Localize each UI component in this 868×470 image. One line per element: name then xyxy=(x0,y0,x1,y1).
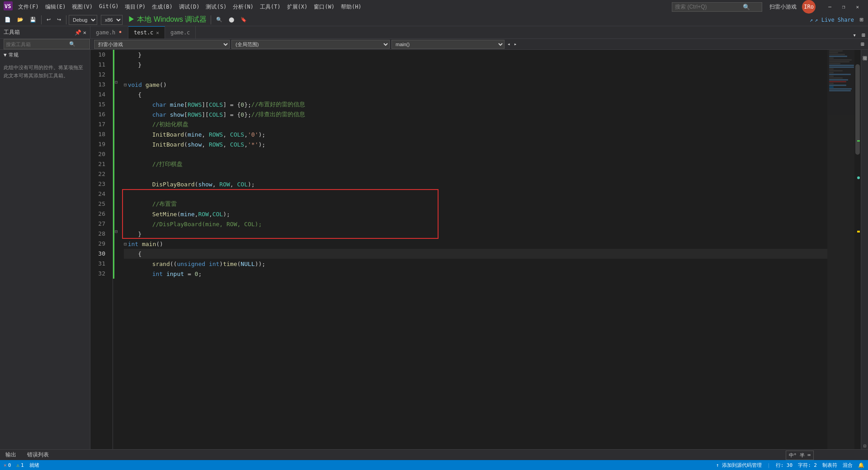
code-line-29[interactable]: ⊟int main() xyxy=(124,239,827,249)
status-bar: ✕ 0 ⚠ 1 就绪 ↑ 添加到源代码管理 | 行: 30 字符: 2 制表符 … xyxy=(0,460,868,470)
save-btn[interactable]: 💾 xyxy=(27,16,39,24)
tab-game-h[interactable]: game.h • xyxy=(90,26,128,38)
menu-project[interactable]: 项目(P) xyxy=(122,2,148,12)
code-line-14[interactable]: { xyxy=(124,90,827,100)
ln-26: 26 xyxy=(90,209,109,219)
addr-arrow-right[interactable]: ▸ xyxy=(513,41,518,47)
code-line-17[interactable]: //初始化棋盘 xyxy=(124,119,827,129)
code-line-10[interactable]: } xyxy=(124,50,827,60)
new-file-btn[interactable]: 📄 xyxy=(2,16,14,24)
code-line-26[interactable]: SetMine(mine,ROW,COL); xyxy=(124,209,827,219)
status-char[interactable]: 字符: 2 xyxy=(798,462,817,469)
sidebar-section-normal[interactable]: ▼ 常规 xyxy=(0,50,90,60)
restore-button[interactable]: ❐ xyxy=(837,3,851,11)
tab-output[interactable]: 输出 xyxy=(4,450,18,460)
status-ready: 就绪 xyxy=(29,462,39,469)
code-line-27[interactable]: //DisPlayBoard(mine, ROW, COL); xyxy=(124,219,827,229)
user-avatar[interactable]: IRo xyxy=(802,0,816,14)
menu-build[interactable]: 生成(B) xyxy=(149,2,175,12)
bookmark-btn[interactable]: 🔖 xyxy=(238,16,250,24)
close-button[interactable]: ✕ xyxy=(850,3,864,11)
code-line-23[interactable]: DisPlayBoard(show, ROW, COL); xyxy=(124,179,827,189)
error-count[interactable]: ✕ 0 xyxy=(4,462,11,468)
menu-analyze[interactable]: 分析(N) xyxy=(230,2,256,12)
add-to-source[interactable]: ↑ 添加到源代码管理 xyxy=(716,462,762,469)
redo-btn[interactable]: ↪ xyxy=(54,16,64,24)
toolbox-pin[interactable]: 📌 xyxy=(75,29,81,36)
warning-count[interactable]: ⚠ 1 xyxy=(16,462,24,468)
menu-debug[interactable]: 调试(D) xyxy=(176,2,203,12)
code-line-11[interactable]: } xyxy=(124,60,827,70)
project-select[interactable]: 扫雷小游戏 xyxy=(94,40,230,49)
live-share-btn[interactable]: ↗ ↗ Live Share xyxy=(810,17,854,23)
save-icon: 💾 xyxy=(30,17,36,23)
code-line-21[interactable]: //打印棋盘 xyxy=(124,159,827,169)
menu-view[interactable]: 视图(V) xyxy=(69,2,95,12)
gutter-11 xyxy=(113,60,122,70)
toolbox-close[interactable]: ✕ xyxy=(83,29,86,36)
fold-29[interactable]: ⊟ xyxy=(115,229,118,234)
scope-select[interactable]: (全局范围) xyxy=(231,40,390,49)
tab-test-c[interactable]: test.c ✕ xyxy=(128,26,165,38)
menu-window[interactable]: 窗口(W) xyxy=(311,2,337,12)
code-line-30[interactable]: { xyxy=(124,249,827,259)
menu-file[interactable]: 文件(F) xyxy=(15,2,42,12)
status-line[interactable]: 行: 30 xyxy=(776,462,793,469)
status-tab-format[interactable]: 制表符 xyxy=(822,462,837,469)
ln-18: 18 xyxy=(90,129,109,139)
fold-icon-13[interactable]: ⊟ xyxy=(124,82,127,88)
gutter-17 xyxy=(113,119,122,129)
code-line-20[interactable] xyxy=(124,149,827,159)
start-debug-button[interactable]: ▶ 本地 Windows 调试器 xyxy=(126,15,208,24)
code-line-31[interactable]: srand((unsigned int)time(NULL)); xyxy=(124,259,827,269)
menu-extensions[interactable]: 扩展(X) xyxy=(284,2,311,12)
tab-game-c[interactable]: game.c xyxy=(165,26,196,38)
sep1 xyxy=(41,15,42,24)
addr-arrow-left[interactable]: ◂ xyxy=(506,41,511,47)
menu-test[interactable]: 测试(S) xyxy=(203,2,229,12)
function-select[interactable]: main() xyxy=(392,40,505,49)
code-line-16[interactable]: char show[ROWS][COLS] = {0};//排查出的雷的信息 xyxy=(124,109,827,119)
code-line-32[interactable]: int input = 0; xyxy=(124,269,827,279)
tab-overflow-btn[interactable]: ▾ xyxy=(850,32,859,38)
code-line-13[interactable]: ⊟void game() xyxy=(124,80,827,90)
sep2 xyxy=(66,15,66,24)
search-input[interactable] xyxy=(675,4,743,10)
vertical-scrollbar[interactable] xyxy=(854,50,861,449)
breakpoint-btn[interactable]: ⬤ xyxy=(226,16,237,24)
menu-help[interactable]: 帮助(H) xyxy=(338,2,364,12)
open-btn[interactable]: 📂 xyxy=(14,16,26,24)
fold-13[interactable]: ⊟ xyxy=(115,80,118,85)
sidebar-content: 此组中没有可用的控件。将某项拖至此文本可将其添加到工具箱。 xyxy=(0,60,90,83)
status-encoding[interactable]: 混合 xyxy=(843,462,853,469)
menu-tools[interactable]: 工具(T) xyxy=(257,2,283,12)
code-content[interactable]: } } ⊟void game() { xyxy=(122,50,827,449)
debug-config-select[interactable]: Debug xyxy=(69,15,97,25)
minimize-button[interactable]: ─ xyxy=(823,3,837,11)
code-line-22[interactable] xyxy=(124,169,827,179)
tab-bar: 工具箱 📌 ✕ game.h • test.c ✕ game.c ▾ ⊞ xyxy=(0,26,868,39)
code-line-15[interactable]: char mine[ROWS][COLS] = {0};//布置好的雷的信息 xyxy=(124,100,827,109)
expand-btn[interactable]: ⊞ xyxy=(857,16,866,24)
search-box[interactable]: 🔍 xyxy=(672,2,762,12)
toolbox-search[interactable]: 🔍 xyxy=(4,39,90,49)
status-bell: 🔔 xyxy=(858,462,864,468)
code-line-18[interactable]: InitBoard(mine, ROWS, COLS,'0'); xyxy=(124,129,827,139)
platform-select[interactable]: x86 xyxy=(101,15,123,25)
menu-edit[interactable]: 编辑(E) xyxy=(42,2,69,12)
ln-13: 13 xyxy=(90,80,109,90)
tab-test-c-close[interactable]: ✕ xyxy=(156,30,159,36)
addr-expand[interactable]: ⊞ xyxy=(859,41,866,47)
toolbox-search-input[interactable] xyxy=(6,42,69,47)
code-line-24[interactable] xyxy=(124,189,827,199)
code-line-25[interactable]: //布置雷 xyxy=(124,199,827,209)
new-tab-btn[interactable]: ⊞ xyxy=(859,32,868,38)
undo-btn[interactable]: ↩ xyxy=(44,16,53,24)
code-line-28[interactable]: } xyxy=(124,229,827,239)
code-line-19[interactable]: InitBoard(show, ROWS, COLS,'*'); xyxy=(124,139,827,149)
find-btn[interactable]: 🔍 xyxy=(213,16,225,24)
code-line-12[interactable] xyxy=(124,70,827,80)
tab-error-list[interactable]: 错误列表 xyxy=(25,450,51,460)
menu-git[interactable]: Git(G) xyxy=(96,2,121,12)
fold-icon-29[interactable]: ⊟ xyxy=(124,241,127,247)
